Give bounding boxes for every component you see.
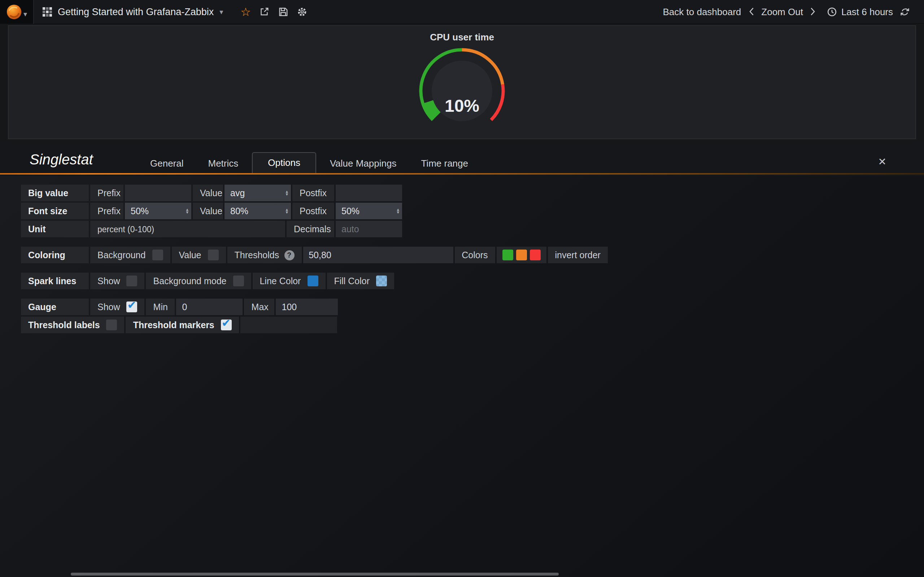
threshold-color-swatch-red[interactable] (530, 250, 540, 260)
horizontal-scrollbar[interactable] (71, 573, 559, 575)
font-size-value-label: Value (193, 203, 223, 219)
sparkline-background-mode-checkbox[interactable] (233, 276, 244, 286)
threshold-labels-checkbox[interactable] (107, 319, 117, 330)
gauge-row: Gauge Show Min Max (21, 298, 924, 315)
decimals-input[interactable] (336, 221, 402, 237)
big-value-function-select[interactable]: avg ▴▾ (225, 185, 291, 201)
select-value: 50% (341, 206, 360, 216)
threshold-markers-checkbox[interactable] (221, 319, 232, 330)
spinner-arrows-icon: ▴▾ (397, 208, 399, 214)
star-icon: ☆ (241, 7, 251, 16)
coloring-value-checkbox[interactable] (208, 250, 219, 260)
dashboard-actions: ☆ (241, 6, 308, 17)
coloring-value-option: Value (171, 247, 226, 263)
clock-icon (828, 7, 837, 16)
empty-cell (241, 317, 337, 333)
unit-row: Unit percent (0-100) Decimals (21, 221, 924, 237)
unit-select-button[interactable]: percent (0-100) (90, 221, 285, 237)
time-range-picker[interactable]: Last 6 hours (828, 6, 893, 17)
font-size-postfix-label: Postfix (292, 203, 334, 219)
time-range-label: Last 6 hours (842, 6, 893, 17)
big-value-value-label: Value (193, 185, 223, 201)
fill-color-label: Fill Color (334, 276, 370, 286)
grafana-logo-icon (6, 3, 23, 20)
thresholds-input[interactable] (303, 247, 453, 263)
save-icon (278, 6, 288, 16)
tab-general[interactable]: General (139, 154, 195, 174)
big-value-prefix-input[interactable] (125, 185, 191, 201)
editor-tabs: General Metrics Options Value Mappings T… (139, 152, 479, 174)
sparkline-background-mode-label: Background mode (153, 276, 227, 286)
fill-color-option: Fill Color (327, 272, 394, 289)
big-value-postfix-label: Postfix (292, 185, 334, 201)
threshold-color-swatch-orange[interactable] (516, 250, 527, 260)
gauge-show-checkbox[interactable] (127, 301, 137, 312)
sparkline-show-checkbox[interactable] (127, 276, 137, 286)
sparkline-show-label: Show (97, 276, 120, 286)
coloring-background-checkbox[interactable] (152, 250, 163, 260)
save-button[interactable] (278, 6, 288, 16)
panel-title[interactable]: CPU user time (9, 26, 915, 43)
share-icon (260, 6, 270, 16)
back-to-dashboard-link[interactable]: Back to dashboard (663, 6, 741, 17)
gear-icon (297, 6, 308, 17)
time-shift-back-button[interactable] (748, 7, 754, 16)
gauge-show-label: Show (97, 302, 120, 312)
gauge-show-option: Show (90, 298, 145, 315)
time-shift-forward-button[interactable] (810, 7, 816, 16)
star-button[interactable]: ☆ (241, 7, 251, 16)
coloring-background-label: Background (97, 250, 145, 260)
tab-time-range[interactable]: Time range (410, 154, 479, 174)
refresh-icon (900, 7, 909, 16)
zoom-out-button[interactable]: Zoom Out (761, 6, 803, 17)
colors-label: Colors (454, 247, 495, 263)
font-size-postfix-select[interactable]: 50% ▴▾ (336, 203, 402, 219)
line-color-swatch[interactable] (307, 276, 318, 286)
panel-type-title: Singlestat (30, 152, 139, 174)
gauge-max-input[interactable] (276, 298, 338, 315)
font-size-value-select[interactable]: 80% ▴▾ (225, 203, 291, 219)
big-value-postfix-input[interactable] (336, 185, 402, 201)
gauge-value-text: 10% (445, 96, 479, 115)
fill-color-swatch[interactable] (376, 276, 387, 286)
editor-tab-bar: Singlestat General Metrics Options Value… (0, 142, 924, 174)
invert-order-button[interactable]: invert order (548, 247, 607, 263)
chevron-left-icon (748, 7, 754, 16)
dashboard-title: Getting Started with Grafana-Zabbix (58, 6, 214, 17)
thresholds-help-icon[interactable]: ? (284, 250, 294, 260)
big-value-row: Big value Prefix Value avg ▴▾ Postfix (21, 185, 924, 201)
coloring-value-label: Value (179, 250, 201, 260)
spark-lines-row: Spark lines Show Background mode Line Co… (21, 272, 924, 289)
refresh-button[interactable] (900, 7, 909, 16)
spark-lines-label: Spark lines (21, 272, 89, 289)
tab-value-mappings[interactable]: Value Mappings (319, 154, 407, 174)
settings-button[interactable] (297, 6, 308, 17)
select-value: 50% (131, 206, 149, 216)
big-value-label: Big value (21, 185, 89, 201)
close-editor-button[interactable]: ✕ (878, 156, 887, 174)
gauge-min-label: Min (146, 298, 175, 315)
navbar-right: Back to dashboard Zoom Out Last 6 hours (663, 6, 924, 17)
panel-editor: Singlestat General Metrics Options Value… (0, 142, 924, 577)
share-button[interactable] (260, 6, 270, 16)
main-menu-button[interactable]: ▾ (0, 0, 34, 23)
tab-options[interactable]: Options (252, 152, 316, 174)
big-value-prefix-label: Prefix (90, 185, 123, 201)
spinner-arrows-icon: ▴▾ (186, 208, 188, 214)
threshold-options-row: Threshold labels Threshold markers (21, 317, 924, 333)
spinner-arrows-icon: ▴▾ (286, 190, 288, 196)
tab-metrics[interactable]: Metrics (197, 154, 249, 174)
threshold-color-swatch-green[interactable] (502, 250, 513, 260)
select-value: avg (230, 188, 245, 198)
chevron-right-icon (810, 7, 816, 16)
threshold-colors (496, 247, 546, 263)
threshold-markers-label: Threshold markers (133, 320, 215, 330)
gauge-min-input[interactable] (176, 298, 243, 315)
gauge-threshold-arc-red (491, 84, 503, 120)
font-size-prefix-select[interactable]: 50% ▴▾ (125, 203, 191, 219)
select-value: 80% (230, 206, 248, 216)
gauge-label: Gauge (21, 298, 89, 315)
gauge-max-label: Max (244, 298, 275, 315)
threshold-markers-option: Threshold markers (126, 317, 239, 333)
dashboard-picker[interactable]: Getting Started with Grafana-Zabbix ▾ (34, 0, 232, 23)
